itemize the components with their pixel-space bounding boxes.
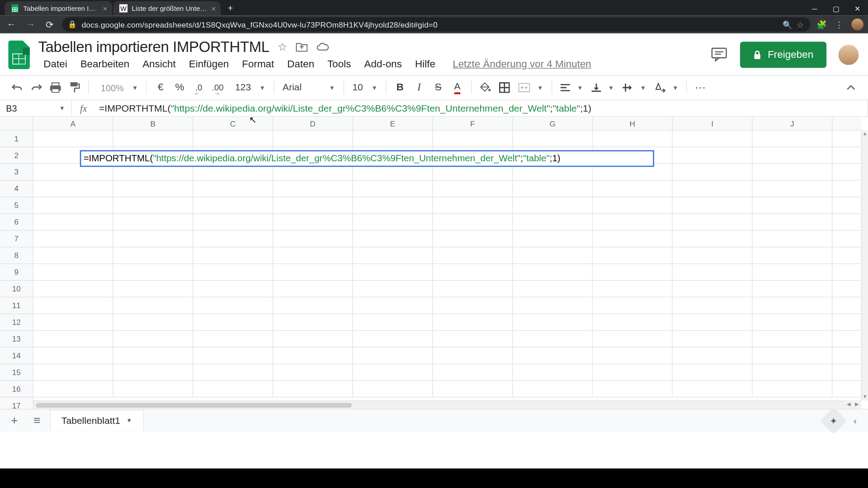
comments-icon[interactable] xyxy=(709,45,730,65)
text-color-button[interactable]: A xyxy=(448,79,467,97)
cloud-status-icon[interactable] xyxy=(316,42,329,52)
col-header[interactable]: F xyxy=(433,117,513,130)
row-header[interactable]: 3 xyxy=(0,164,33,181)
scroll-left-icon[interactable]: ◀ xyxy=(844,400,853,408)
col-header[interactable]: G xyxy=(513,117,593,130)
vertical-align-button[interactable]: ▼ xyxy=(588,83,618,92)
paint-format-button[interactable] xyxy=(66,79,84,97)
row-header[interactable]: 12 xyxy=(0,314,33,331)
star-icon[interactable]: ☆ xyxy=(278,40,287,53)
explore-button[interactable]: ✦ xyxy=(820,407,847,434)
move-icon[interactable] xyxy=(296,42,307,52)
row-header[interactable]: 5 xyxy=(0,197,33,214)
col-header[interactable]: J xyxy=(753,117,833,130)
row-header[interactable]: 2 xyxy=(0,147,33,164)
horizontal-scrollbar[interactable] xyxy=(33,400,861,408)
row-header[interactable]: 17 xyxy=(0,398,33,409)
profile-avatar[interactable] xyxy=(837,43,860,66)
italic-button[interactable]: I xyxy=(410,79,428,97)
number-format-select[interactable]: 123▼ xyxy=(228,82,269,93)
back-button[interactable]: ← xyxy=(5,19,18,30)
row-header[interactable]: 8 xyxy=(0,247,33,264)
menu-addons[interactable]: Add-ons xyxy=(359,56,407,72)
sheet-tab-active[interactable]: Tabellenblatt1 ▼ xyxy=(50,410,144,431)
browser-tab-2[interactable]: W Liste der größten Unternehmen × xyxy=(113,1,221,16)
fill-color-button[interactable] xyxy=(476,79,495,97)
col-header[interactable]: D xyxy=(273,117,353,130)
url-field[interactable]: 🔒 docs.google.com/spreadsheets/d/1S8QxqW… xyxy=(62,17,810,32)
print-button[interactable] xyxy=(47,79,65,97)
row-header[interactable]: 16 xyxy=(0,381,33,398)
extensions-icon[interactable]: 🧩 xyxy=(816,20,826,29)
col-header[interactable]: H xyxy=(593,117,673,130)
row-header[interactable]: 10 xyxy=(0,281,33,297)
last-edit-info[interactable]: Letzte Änderung vor 4 Minuten xyxy=(453,58,591,70)
add-sheet-button[interactable]: + xyxy=(5,411,24,430)
share-button[interactable]: Freigeben xyxy=(740,42,826,68)
row-header[interactable]: 1 xyxy=(0,131,33,147)
strikethrough-button[interactable]: S xyxy=(429,79,448,97)
forward-button[interactable]: → xyxy=(24,19,37,30)
row-header[interactable]: 7 xyxy=(0,230,33,247)
tab-close-icon[interactable]: × xyxy=(103,4,107,13)
col-header[interactable]: I xyxy=(673,117,753,130)
decrease-decimal-button[interactable]: .0← xyxy=(190,79,208,97)
all-sheets-button[interactable]: ≡ xyxy=(28,411,47,430)
font-size-select[interactable]: 10▼ xyxy=(349,82,381,93)
cell-area[interactable] xyxy=(33,131,861,401)
menu-bearbeiten[interactable]: Bearbeiten xyxy=(75,56,135,72)
select-all-corner[interactable] xyxy=(0,117,33,131)
font-select[interactable]: Arial▼ xyxy=(279,82,339,93)
reload-button[interactable]: ⟳ xyxy=(43,19,56,30)
row-header[interactable]: 9 xyxy=(0,264,33,281)
undo-button[interactable] xyxy=(8,79,26,97)
menu-icon[interactable]: ⋮ xyxy=(835,20,843,29)
collapse-toolbar-button[interactable] xyxy=(842,79,860,97)
row-header[interactable]: 6 xyxy=(0,214,33,231)
menu-format[interactable]: Format xyxy=(236,56,279,72)
text-wrap-button[interactable]: ▼ xyxy=(619,84,650,92)
active-cell-editor[interactable]: =IMPORTHTML("https://de.wikipedia.org/wi… xyxy=(80,150,654,167)
scroll-right-icon[interactable]: ▶ xyxy=(853,400,861,408)
zoom-icon[interactable]: 🔍 xyxy=(783,20,792,29)
currency-button[interactable]: € xyxy=(151,79,170,97)
sheets-logo[interactable] xyxy=(8,41,32,73)
sheet-tab-menu-icon[interactable]: ▼ xyxy=(126,417,132,424)
col-header[interactable]: C xyxy=(193,117,273,130)
text-rotation-button[interactable]: ▼ xyxy=(651,83,682,92)
browser-tab-1[interactable]: Tabellen importieren IMPORTHT × xyxy=(5,1,112,16)
vertical-scrollbar[interactable]: ▲▼ xyxy=(861,131,868,401)
more-toolbar-button[interactable]: ⋯ xyxy=(692,79,710,97)
new-tab-button[interactable]: + xyxy=(222,0,239,15)
maximize-button[interactable]: ▢ xyxy=(825,2,846,15)
formula-input[interactable]: =IMPORTHTML("https://de.wikipedia.org/wi… xyxy=(95,100,868,117)
profile-avatar-small[interactable] xyxy=(852,19,863,30)
menu-einfuegen[interactable]: Einfügen xyxy=(184,56,234,72)
redo-button[interactable] xyxy=(28,79,46,97)
document-title[interactable]: Tabellen importieren IMPORTHTML xyxy=(38,38,269,55)
bold-button[interactable]: B xyxy=(391,79,409,97)
tab-close-icon[interactable]: × xyxy=(211,4,216,13)
minimize-button[interactable]: ─ xyxy=(804,2,825,15)
percent-button[interactable]: % xyxy=(171,79,189,97)
row-header[interactable]: 11 xyxy=(0,297,33,314)
zoom-select[interactable]: 100%▼ xyxy=(94,83,142,93)
row-header[interactable]: 13 xyxy=(0,331,33,347)
row-header[interactable]: 14 xyxy=(0,347,33,364)
spreadsheet-grid[interactable]: A B C D E F G H I J 1 2 3 4 5 6 7 8 9 10… xyxy=(0,117,868,409)
col-header[interactable]: E xyxy=(353,117,433,130)
close-window-button[interactable]: ✕ xyxy=(847,2,868,15)
row-header[interactable]: 4 xyxy=(0,181,33,197)
merge-cells-button[interactable]: ▼ xyxy=(514,83,547,92)
side-panel-toggle[interactable]: ‹ xyxy=(847,415,863,426)
row-header[interactable]: 15 xyxy=(0,364,33,381)
menu-datei[interactable]: Datei xyxy=(38,56,72,72)
name-box[interactable]: B3▼ xyxy=(0,100,71,117)
menu-tools[interactable]: Tools xyxy=(322,56,356,72)
bookmark-icon[interactable]: ☆ xyxy=(797,20,804,29)
menu-ansicht[interactable]: Ansicht xyxy=(137,56,181,72)
menu-hilfe[interactable]: Hilfe xyxy=(410,56,441,72)
increase-decimal-button[interactable]: .00→ xyxy=(209,79,227,97)
col-header[interactable]: B xyxy=(113,117,193,130)
horizontal-align-button[interactable]: ▼ xyxy=(557,84,587,92)
